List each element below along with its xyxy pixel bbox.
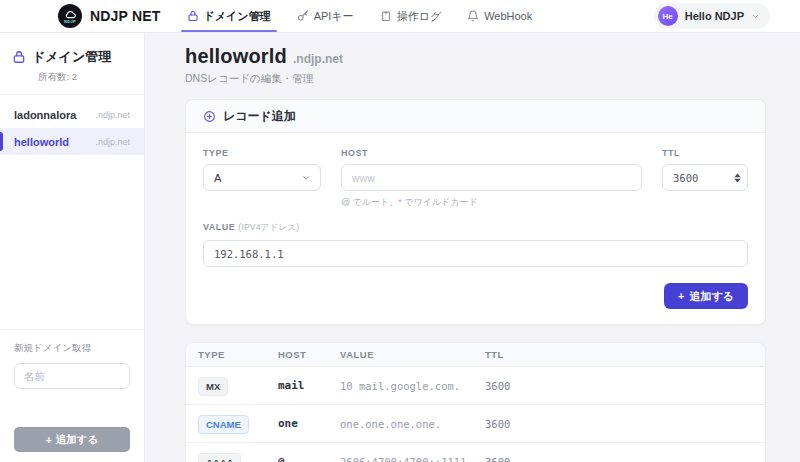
record-type-badge: CNAME: [198, 415, 249, 434]
topbar: NDJP NDJP NET ドメイン管理 APIキー 操作ログ WebHook …: [0, 0, 800, 33]
column-value: VALUE: [340, 349, 485, 360]
table-row[interactable]: CNAME one one.one.one.one. 3600: [186, 405, 765, 443]
page-title: helloworld: [185, 45, 287, 68]
clipboard-icon: [380, 10, 392, 22]
bell-icon: [467, 10, 479, 22]
lock-icon: [187, 10, 199, 22]
record-type-badge: MX: [198, 377, 228, 396]
table-row[interactable]: AAAA @ 2606:4700:4700::1111 3600: [186, 443, 765, 462]
domain-item-ladonnalora[interactable]: ladonnalora .ndjp.net: [0, 101, 144, 128]
domain-suffix: .ndjp.net: [95, 137, 130, 147]
plus-icon: +: [678, 290, 684, 302]
nav-item-api-key[interactable]: APIキー: [297, 0, 354, 32]
domain-item-helloworld[interactable]: helloworld .ndjp.net: [0, 128, 144, 155]
page-subtitle: DNSレコードの編集・管理: [185, 72, 766, 86]
value-input[interactable]: [203, 240, 748, 267]
brand-name: NDJP NET: [90, 8, 161, 24]
nav-label: 操作ログ: [397, 9, 442, 24]
nav-label: APIキー: [314, 9, 354, 24]
domain-name: helloworld: [14, 136, 69, 148]
add-record-title: レコード追加: [223, 108, 296, 125]
sidebar-title: ドメイン管理: [32, 48, 111, 66]
type-select-value: A: [214, 172, 221, 184]
type-label: TYPE: [203, 148, 321, 158]
page-title-row: helloworld .ndjp.net: [185, 45, 766, 68]
new-domain-section: 新規ドメイン取得 + 追加する: [0, 329, 144, 462]
sidebar: ドメイン管理 所有数: 2 ladonnalora .ndjp.net hell…: [0, 33, 145, 462]
column-host: HOST: [278, 349, 340, 360]
lock-icon: [12, 50, 26, 64]
stepper-up-icon: [734, 173, 741, 177]
record-value: 10 mail.google.com.: [340, 380, 485, 392]
new-domain-label: 新規ドメイン取得: [14, 342, 130, 355]
new-domain-add-button[interactable]: + 追加する: [14, 427, 130, 452]
value-label: VALUE (IPV4アドレス): [203, 222, 748, 234]
add-record-button-label: 追加する: [689, 289, 734, 304]
domain-list: ladonnalora .ndjp.net helloworld .ndjp.n…: [0, 95, 144, 161]
host-hint: @ でルート、* でワイルドカード: [341, 196, 642, 209]
cloud-icon: [65, 10, 76, 19]
chevron-down-icon: [751, 12, 760, 21]
user-name: Hello NDJP: [685, 10, 744, 22]
record-host: mail: [278, 379, 340, 392]
record-ttl: 3600: [485, 418, 765, 430]
record-ttl: 3600: [485, 456, 765, 462]
record-host: @: [278, 455, 340, 462]
domain-suffix: .ndjp.net: [95, 110, 130, 120]
new-domain-name-input[interactable]: [14, 363, 130, 389]
new-domain-add-label: 追加する: [56, 433, 99, 447]
table-row[interactable]: MX mail 10 mail.google.com. 3600: [186, 367, 765, 405]
record-type-badge: AAAA: [198, 453, 241, 462]
column-ttl: TTL: [485, 349, 765, 360]
stepper-down-icon: [734, 178, 741, 182]
sidebar-header: ドメイン管理 所有数: 2: [0, 33, 144, 94]
table-header-row: TYPE HOST VALUE TTL: [186, 343, 765, 367]
plus-circle-icon: [203, 110, 216, 123]
nav-label: WebHook: [484, 10, 532, 22]
records-table: TYPE HOST VALUE TTL MX mail 10 mail.goog…: [185, 342, 766, 462]
record-value: 2606:4700:4700::1111: [340, 456, 485, 462]
key-icon: [297, 10, 309, 22]
host-label: HOST: [341, 148, 642, 158]
nav-item-operation-log[interactable]: 操作ログ: [380, 0, 442, 32]
column-type: TYPE: [198, 349, 278, 360]
logo-text: NDJP: [64, 19, 76, 24]
value-sublabel: (IPV4アドレス): [238, 222, 299, 232]
host-input[interactable]: [341, 164, 642, 191]
main-content: helloworld .ndjp.net DNSレコードの編集・管理 レコード追…: [145, 33, 800, 462]
owned-count: 所有数: 2: [38, 71, 132, 84]
number-stepper[interactable]: [734, 173, 741, 182]
add-record-card: レコード追加 TYPE A HOST @ でルート、* でワイルドカード TTL: [185, 99, 766, 325]
chevron-down-icon: [301, 173, 311, 183]
nav-item-domain-management[interactable]: ドメイン管理: [187, 0, 271, 32]
app-logo[interactable]: NDJP: [58, 4, 82, 28]
avatar: He: [658, 6, 678, 26]
page-title-suffix: .ndjp.net: [293, 52, 343, 66]
record-host: one: [278, 417, 340, 430]
record-value: one.one.one.one.: [340, 418, 485, 430]
add-record-button[interactable]: + 追加する: [664, 283, 748, 309]
nav-item-webhook[interactable]: WebHook: [467, 0, 532, 32]
type-select[interactable]: A: [203, 164, 321, 191]
add-record-header: レコード追加: [186, 100, 765, 133]
plus-icon: +: [46, 434, 52, 446]
user-menu[interactable]: He Hello NDJP: [654, 3, 770, 29]
domain-name: ladonnalora: [14, 109, 76, 121]
ttl-label: TTL: [662, 148, 748, 158]
nav-label: ドメイン管理: [204, 9, 271, 24]
main-nav: ドメイン管理 APIキー 操作ログ WebHook: [187, 0, 533, 32]
record-ttl: 3600: [485, 380, 765, 392]
